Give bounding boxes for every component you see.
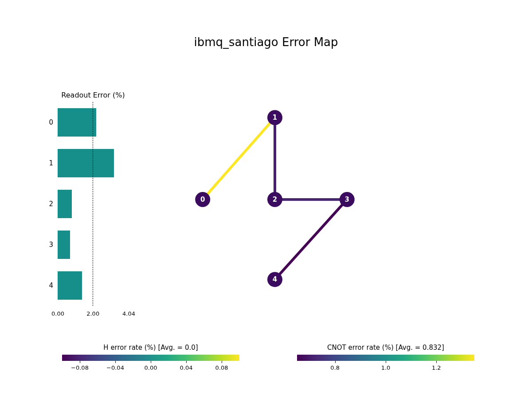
qubit-label: 2 [273,196,277,203]
readout-ytick: 3 [40,241,53,249]
qubit-label: 0 [200,196,205,203]
readout-bar-0 [58,108,96,137]
colorbar-tick: 0.04 [180,364,193,371]
readout-ytick: 0 [40,118,53,126]
qubit-graph: 01234 [177,102,372,297]
colorbar-tickmark [386,361,386,363]
h-colorbar-title: H error rate (%) [Avg. = 0.0] [62,344,239,352]
qubit-label: 4 [273,275,277,283]
readout-barchart: 012340.002.004.04 [58,102,129,306]
colorbar-tick: 1.2 [432,364,441,371]
colorbar-tick: 0.8 [330,364,340,371]
readout-avg-line [93,102,93,306]
page-title: ibmq_santiago Error Map [0,35,532,49]
colorbar-tickmark [186,361,187,363]
readout-xtick: 0.00 [51,310,64,317]
readout-title: Readout Error (%) [53,91,133,99]
canvas: ibmq_santiago Error Map Readout Error (%… [0,0,532,399]
cnot-colorbar-title: CNOT error rate (%) [Avg. = 0.832] [297,344,474,352]
colorbar-tick: 1.0 [381,364,391,371]
cnot-colorbar [297,355,474,361]
colorbar-tick: 0.08 [215,364,228,371]
readout-bar-3 [58,231,70,259]
edge-0-1 [203,117,275,200]
readout-xtick: 4.04 [122,310,135,317]
colorbar-tick: 0.00 [145,364,157,371]
readout-bar-1 [58,149,114,177]
readout-ytick: 4 [40,282,53,289]
qubit-label: 1 [273,113,277,121]
readout-ytick: 1 [40,159,53,167]
colorbar-tickmark [335,361,336,363]
colorbar-tickmark [80,361,80,363]
colorbar-tickmark [222,361,222,363]
h-colorbar [62,355,239,361]
colorbar-tickmark [436,361,437,363]
edge-3-4 [275,200,347,279]
qubit-label: 3 [345,196,349,203]
readout-bar-2 [58,190,72,218]
colorbar-tickmark [151,361,151,363]
readout-bar-4 [58,271,82,300]
colorbar-tickmark [115,361,116,363]
colorbar-tick: −0.04 [106,364,124,371]
readout-ytick: 2 [40,200,53,208]
colorbar-tick: −0.08 [71,364,89,371]
readout-xtick: 2.00 [86,310,99,317]
